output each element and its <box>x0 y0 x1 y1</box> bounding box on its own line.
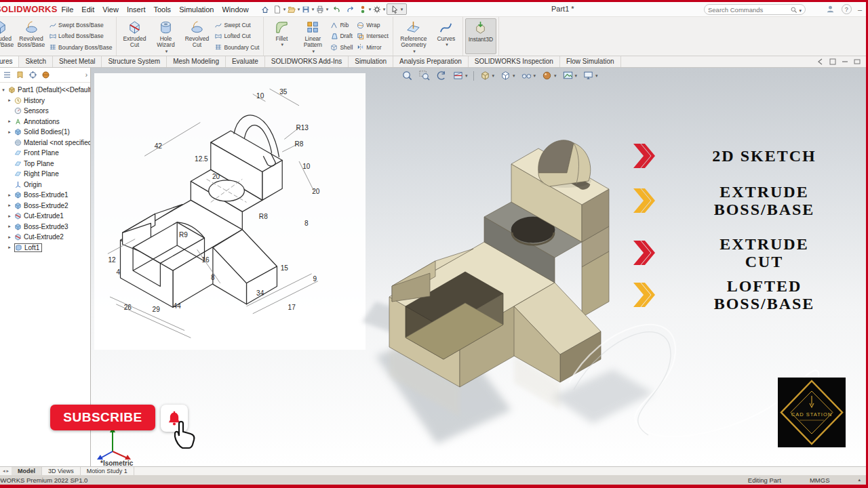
tab-3d-views[interactable]: 3D Views <box>42 467 81 475</box>
feature-tree-icon[interactable] <box>3 70 12 79</box>
minimize-icon[interactable]: – <box>858 5 862 14</box>
property-manager-icon[interactable] <box>16 70 24 79</box>
tab-addins[interactable]: SOLIDWORKS Add-Ins <box>265 56 349 67</box>
hole-wizard-button[interactable]: Hole Wizard <box>150 18 181 54</box>
tree-item-origin[interactable]: Origin <box>0 180 90 190</box>
tree-item-cut-extrude2[interactable]: Cut-Extrude2 <box>0 232 90 243</box>
select-cursor-icon[interactable] <box>387 3 407 15</box>
tree-item-cut-extrude1[interactable]: Cut-Extrude1 <box>0 211 90 222</box>
intersect-button[interactable]: Intersect <box>357 33 389 40</box>
extruded-cut-button[interactable]: Extruded Cut <box>119 18 150 54</box>
tab-simulation[interactable]: Simulation <box>349 56 393 67</box>
tree-item-top-plane[interactable]: Top Plane <box>0 159 90 169</box>
revolved-boss-button[interactable]: Revolved Boss/Base <box>16 18 47 54</box>
help-icon[interactable]: ? <box>842 4 852 14</box>
section-view-icon[interactable] <box>452 70 468 81</box>
tree-item-boss-extrude1[interactable]: Boss-Extrude1 <box>0 190 90 201</box>
tab-sketch[interactable]: Sketch <box>19 56 53 67</box>
tab-mesh-modeling[interactable]: Mesh Modeling <box>167 56 226 67</box>
notification-bell-box[interactable] <box>161 405 188 432</box>
hide-show-items-icon[interactable] <box>521 70 536 81</box>
undo-icon[interactable] <box>330 3 343 15</box>
lofted-boss-button[interactable]: Lofted Boss/Base <box>49 33 112 40</box>
tree-item-right-plane[interactable]: Right Plane <box>0 169 90 180</box>
tab-inspection[interactable]: SOLIDWORKS Inspection <box>469 56 560 67</box>
pin-ribbon-icon[interactable] <box>829 58 836 65</box>
view-orientation-icon[interactable] <box>479 70 495 81</box>
menu-view[interactable]: View <box>98 5 123 14</box>
tab-evaluate[interactable]: Evaluate <box>226 56 265 67</box>
display-manager-icon[interactable] <box>41 70 50 79</box>
zoom-fit-icon[interactable] <box>401 70 413 81</box>
search-icon[interactable] <box>790 6 797 14</box>
tab-scroll-arrows[interactable]: ◂ ▸ <box>0 467 12 475</box>
new-doc-icon[interactable] <box>273 3 286 15</box>
menu-window[interactable]: Window <box>218 5 252 14</box>
apply-scene-icon[interactable] <box>562 70 578 81</box>
tree-item-boss-extrude2[interactable]: Boss-Extrude2 <box>0 201 90 211</box>
mirror-button[interactable]: Mirror <box>357 43 389 51</box>
search-dropdown-icon[interactable] <box>797 5 802 14</box>
tree-item-annotations[interactable]: Annotations <box>0 117 90 127</box>
graphics-viewport[interactable]: 35 10 R13 R8 42 12.5 20 10 20 8 R8 R9 16… <box>91 68 866 466</box>
tree-item-root[interactable]: Part1 (Default)<<Default>_Display State … <box>0 85 90 96</box>
configuration-manager-icon[interactable] <box>28 70 37 79</box>
tree-item-solid-bodies[interactable]: Solid Bodies(1) <box>0 127 90 138</box>
tree-item-loft1[interactable]: Loft1 <box>0 243 90 253</box>
redo-icon[interactable] <box>344 3 357 15</box>
draft-button[interactable]: Draft <box>330 33 353 40</box>
expand-ribbon-icon[interactable] <box>854 58 861 65</box>
reference-geometry-button[interactable]: Reference Geometry <box>395 18 432 54</box>
open-folder-icon[interactable] <box>287 3 300 15</box>
tree-item-history[interactable]: History <box>0 96 90 106</box>
tree-item-sensors[interactable]: Sensors <box>0 106 90 117</box>
tab-model[interactable]: Model <box>12 467 42 475</box>
boundary-boss-button[interactable]: Boundary Boss/Base <box>49 43 112 51</box>
collapse-ribbon-icon[interactable] <box>817 58 824 65</box>
user-icon[interactable] <box>825 4 835 14</box>
view-settings-icon[interactable] <box>583 70 598 81</box>
subscribe-button[interactable]: SUBSCRIBE <box>50 405 155 430</box>
tab-sheet-metal[interactable]: Sheet Metal <box>53 56 102 67</box>
tree-item-material[interactable]: Material <not specified> <box>0 138 90 148</box>
units-selector[interactable]: MMGS <box>810 476 830 484</box>
tab-flow-simulation[interactable]: Flow Simulation <box>560 56 621 67</box>
display-style-icon[interactable] <box>500 70 515 81</box>
menu-simulation[interactable]: Simulation <box>175 5 218 14</box>
tab-structure-system[interactable]: Structure System <box>102 56 167 67</box>
menu-tools[interactable]: Tools <box>149 5 175 14</box>
previous-view-icon[interactable] <box>435 70 447 81</box>
tab-analysis-preparation[interactable]: Analysis Preparation <box>393 56 469 67</box>
linear-pattern-button[interactable]: Linear Pattern <box>297 18 328 54</box>
rib-button[interactable]: Rib <box>330 22 353 29</box>
save-icon[interactable] <box>301 3 315 15</box>
revolved-cut-button[interactable]: Revolved Cut <box>181 18 212 54</box>
shell-button[interactable]: Shell <box>330 43 353 51</box>
rebuild-icon[interactable] <box>358 3 372 15</box>
wrap-button[interactable]: Wrap <box>357 22 389 29</box>
swept-boss-button[interactable]: Swept Boss/Base <box>49 22 112 29</box>
search-input[interactable] <box>708 6 790 14</box>
zoom-area-icon[interactable] <box>418 70 430 81</box>
tab-features[interactable]: Features <box>0 56 19 67</box>
lofted-cut-button[interactable]: Lofted Cut <box>214 33 259 40</box>
edit-appearance-icon[interactable] <box>541 70 557 81</box>
menu-file[interactable]: File <box>58 5 78 14</box>
fillet-button[interactable]: Fillet <box>266 18 297 54</box>
tab-motion-study[interactable]: Motion Study 1 <box>81 467 134 475</box>
instant3d-button[interactable]: Instant3D <box>465 18 496 54</box>
options-gear-icon[interactable] <box>372 3 386 15</box>
menu-insert[interactable]: Insert <box>123 5 150 14</box>
tree-item-front-plane[interactable]: Front Plane <box>0 148 90 159</box>
boundary-cut-button[interactable]: Boundary Cut <box>214 43 259 51</box>
print-icon[interactable] <box>315 3 329 15</box>
panel-expand-icon[interactable]: › <box>85 71 87 79</box>
extruded-boss-button[interactable]: Extruded Boss/Base <box>0 18 16 54</box>
swept-cut-button[interactable]: Swept Cut <box>214 22 259 29</box>
home-icon[interactable] <box>258 3 272 15</box>
minimize-ribbon-icon[interactable] <box>842 58 848 65</box>
units-chevron-icon[interactable]: ▴ <box>858 477 861 483</box>
menu-edit[interactable]: Edit <box>77 5 98 14</box>
curves-button[interactable]: Curves <box>432 18 460 54</box>
tree-item-boss-extrude3[interactable]: Boss-Extrude3 <box>0 222 90 232</box>
